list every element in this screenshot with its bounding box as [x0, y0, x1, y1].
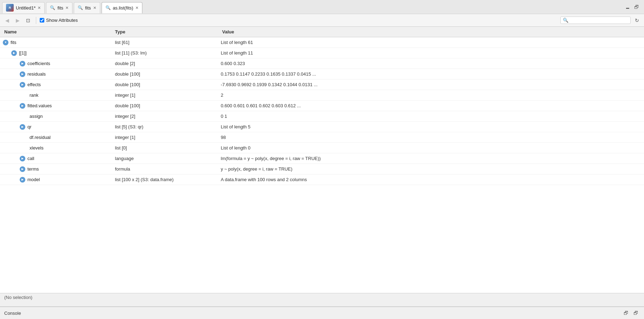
cell-name: assign [0, 112, 111, 120]
cell-value: lm(formula = y ~ poly(x, degree = i, raw… [218, 154, 644, 162]
tab-aslistfits[interactable]: 🔍 as.list(fits) ✕ [102, 2, 143, 13]
expand-icon[interactable] [20, 82, 25, 88]
show-attributes-checkbox[interactable] [40, 18, 44, 23]
table-row: termsformulay ~ poly(x, degree = i, raw … [0, 164, 644, 174]
cell-type: integer [2] [111, 112, 218, 120]
status-text: (No selection) [4, 295, 32, 300]
expand-icon[interactable] [3, 40, 8, 45]
cell-name: rank [0, 91, 111, 99]
column-header-name: Name [0, 28, 111, 36]
tab-window-controls: 🗕 🗗 [624, 4, 643, 11]
cell-name: fitted.values [0, 102, 111, 110]
cell-type: integer [1] [111, 133, 218, 141]
table-row: fitslist [61]List of length 61 [0, 37, 644, 48]
home-button[interactable]: ⊡ [24, 16, 32, 25]
row-name-label: fitted.values [27, 103, 52, 108]
search-icon-aslistfits: 🔍 [105, 5, 111, 10]
restore-button[interactable]: 🗗 [633, 4, 640, 11]
tab-fits2[interactable]: 🔍 fits ✕ [74, 2, 100, 13]
cell-name: residuals [0, 70, 111, 78]
row-name-label: residuals [27, 71, 46, 77]
cell-value: 98 [218, 133, 644, 141]
cell-name: model [0, 176, 111, 184]
expand-icon[interactable] [20, 156, 25, 161]
tab-fits1-label: fits [57, 5, 63, 11]
expand-icon[interactable] [20, 166, 25, 172]
show-attributes-label[interactable]: Show Attributes [46, 18, 78, 23]
cell-type: list [100 x 2] (S3: data.frame) [111, 176, 218, 184]
search-icon: 🔍 [563, 18, 568, 23]
table-row: calllanguagelm(formula = y ~ poly(x, deg… [0, 153, 644, 164]
table-row: qrlist [5] (S3: qr)List of length 5 [0, 122, 644, 132]
cell-value: 0 1 [218, 112, 644, 120]
row-name-label: terms [27, 166, 39, 172]
tab-untitled1-close[interactable]: ✕ [38, 6, 41, 10]
cell-name: coefficients [0, 59, 111, 68]
forward-button[interactable]: ▶ [13, 16, 22, 25]
search-input[interactable] [570, 18, 628, 23]
cell-name: fits [0, 38, 111, 47]
table-row: fitted.valuesdouble [100]0.600 0.601 0.6… [0, 101, 644, 111]
cell-name: terms [0, 165, 111, 173]
column-header-value: Value [218, 28, 644, 36]
search-icon-fits2: 🔍 [78, 5, 83, 10]
row-name-label: [[1]] [19, 50, 27, 56]
row-name-label: qr [27, 124, 32, 129]
search-box: 🔍 [560, 17, 631, 24]
cell-type: double [100] [111, 81, 218, 89]
cell-value: List of length 0 [218, 144, 644, 152]
minimize-button[interactable]: 🗕 [624, 4, 631, 11]
tab-fits2-close[interactable]: ✕ [93, 6, 96, 10]
tab-aslistfits-label: as.list(fits) [113, 5, 134, 11]
cell-type: language [111, 154, 218, 162]
row-name-label: xlevels [30, 145, 44, 151]
row-name-label: model [27, 177, 40, 182]
cell-type: list [5] (S3: qr) [111, 123, 218, 131]
tab-untitled1-label: Untitled1* [16, 5, 36, 11]
cell-name: df.residual [0, 133, 111, 141]
column-header-type: Type [111, 28, 218, 36]
row-name-label: assign [30, 114, 43, 119]
table-row: assigninteger [2]0 1 [0, 111, 644, 122]
row-name-label: effects [27, 82, 41, 87]
cell-name: call [0, 154, 111, 163]
cell-name: [[1]] [0, 49, 111, 57]
expand-icon[interactable] [11, 50, 17, 56]
refresh-button[interactable]: ↻ [633, 16, 641, 25]
tab-fits2-label: fits [85, 5, 91, 11]
expand-icon[interactable] [20, 177, 25, 183]
expand-icon[interactable] [20, 103, 25, 109]
row-name-label: fits [11, 40, 17, 45]
cell-type: double [100] [111, 102, 218, 110]
expand-icon[interactable] [20, 71, 25, 77]
tab-untitled1[interactable]: R Untitled1* ✕ [2, 2, 45, 13]
status-bar: (No selection) [0, 293, 644, 301]
tab-aslistfits-close[interactable]: ✕ [135, 6, 139, 10]
expand-icon[interactable] [20, 61, 25, 66]
rstudio-icon: R [6, 4, 14, 12]
expand-icon[interactable] [20, 124, 25, 130]
row-name-label: rank [30, 92, 38, 98]
cell-value: 0.600 0.323 [218, 59, 644, 68]
cell-name: xlevels [0, 144, 111, 152]
toolbar: ◀ ▶ ⊡ Show Attributes 🔍 ↻ [0, 14, 644, 27]
cell-value: List of length 11 [218, 49, 644, 57]
cell-value: 0.600 0.601 0.601 0.602 0.603 0.612 ... [218, 102, 644, 110]
table-row: [[1]]list [11] (S3: lm)List of length 11 [0, 48, 644, 58]
table-row: effectsdouble [100]-7.6930 0.9692 0.1939… [0, 79, 644, 90]
tab-fits1-close[interactable]: ✕ [65, 6, 69, 10]
cell-value: List of length 5 [218, 123, 644, 131]
cell-name: effects [0, 81, 111, 89]
toolbar-separator [36, 17, 36, 24]
table-row: df.residualinteger [1]98 [0, 132, 644, 143]
cell-value: -7.6930 0.9692 0.1939 0.1342 0.1044 0.01… [218, 81, 644, 89]
tab-fits1[interactable]: 🔍 fits ✕ [46, 2, 72, 13]
cell-type: list [0] [111, 144, 218, 152]
back-button[interactable]: ◀ [3, 16, 11, 25]
search-icon-fits1: 🔍 [50, 5, 55, 10]
table-row: modellist [100 x 2] (S3: data.frame)A da… [0, 174, 644, 185]
table-row: xlevelslist [0]List of length 0 [0, 143, 644, 153]
column-headers: Name Type Value [0, 27, 644, 37]
row-name-label: call [27, 156, 34, 161]
table-row: residualsdouble [100]0.1753 0.1147 0.223… [0, 69, 644, 79]
